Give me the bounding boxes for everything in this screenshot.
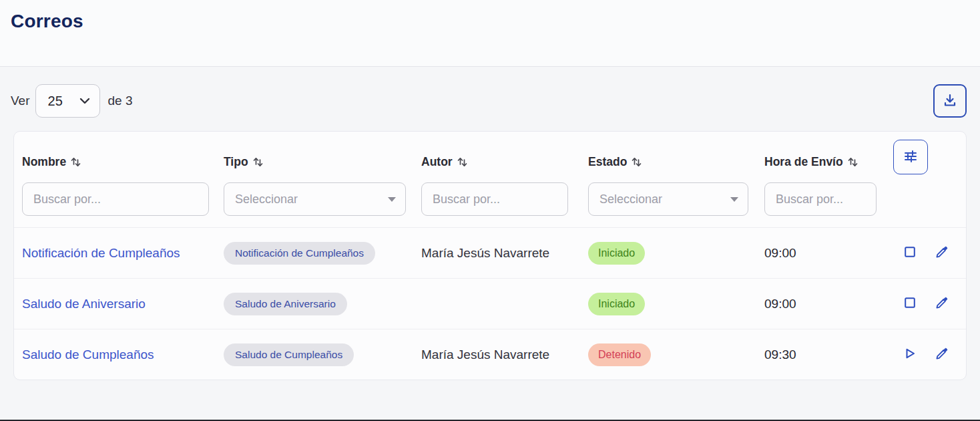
row-actions: [893, 245, 966, 261]
column-label: Estado: [588, 155, 627, 169]
play-icon: [904, 347, 916, 362]
page-size-select[interactable]: 25: [35, 84, 100, 118]
total-count-label: de 3: [108, 94, 133, 108]
edit-button[interactable]: [935, 347, 949, 363]
pencil-icon: [935, 347, 949, 363]
play-button[interactable]: [904, 347, 916, 362]
send-time: 09:00: [764, 297, 796, 311]
caret-down-icon: [730, 197, 738, 202]
status-badge: Detenido: [588, 343, 651, 366]
table-row: Saludo de Aniversario Saludo de Aniversa…: [14, 278, 966, 329]
sort-icon[interactable]: [848, 156, 858, 168]
controls-row: Ver 25 de 3: [0, 84, 980, 118]
email-name-link[interactable]: Saludo de Aniversario: [22, 297, 146, 311]
column-header-nombre[interactable]: Nombre: [14, 140, 224, 174]
column-label: Nombre: [22, 155, 66, 169]
column-label: Autor: [421, 155, 453, 169]
table-row: Saludo de Cumpleaños Saludo de Cumpleaño…: [14, 329, 966, 380]
column-header-hora-de-envio[interactable]: Hora de Envío: [764, 140, 893, 174]
column-header-autor[interactable]: Autor: [421, 140, 588, 174]
table-row: Notificación de Cumpleaños Notificación …: [14, 227, 966, 278]
download-icon: [943, 93, 957, 110]
stop-button[interactable]: [904, 246, 916, 260]
column-label: Tipo: [224, 155, 248, 169]
status-badge: Iniciado: [588, 242, 645, 265]
stop-icon: [904, 297, 916, 311]
author-text: María Jesús Navarrete: [421, 347, 549, 362]
column-header-estado[interactable]: Estado: [588, 140, 764, 174]
page-size-value: 25: [48, 94, 63, 109]
type-pill: Saludo de Aniversario: [224, 293, 347, 315]
column-label: Hora de Envío: [764, 155, 843, 169]
sort-icon[interactable]: [71, 156, 81, 168]
column-settings-button[interactable]: [893, 140, 928, 174]
edit-button[interactable]: [935, 296, 949, 312]
type-pill: Notificación de Cumpleaños: [224, 242, 375, 265]
author-text: María Jesús Navarrete: [421, 246, 549, 260]
edit-button[interactable]: [935, 245, 949, 261]
chevron-down-icon: [79, 95, 90, 107]
page-title: Correos: [11, 11, 967, 32]
select-placeholder: Seleccionar: [599, 192, 662, 206]
send-time: 09:00: [764, 246, 796, 260]
estado-filter-select[interactable]: Seleccionar: [588, 182, 748, 216]
column-header-tipo[interactable]: Tipo: [224, 140, 421, 174]
emails-table: Nombre Tipo: [13, 131, 967, 380]
tipo-filter-select[interactable]: Seleccionar: [224, 182, 406, 216]
send-time: 09:30: [764, 347, 796, 362]
email-name-link[interactable]: Saludo de Cumpleaños: [22, 347, 154, 362]
row-actions: [893, 296, 966, 312]
stop-icon: [904, 246, 916, 260]
sliders-icon: [903, 148, 919, 166]
page-size-label: Ver: [11, 94, 30, 108]
email-name-link[interactable]: Notificación de Cumpleaños: [22, 246, 180, 260]
emails-page: Correos Ver 25 de 3 Nombre: [0, 0, 980, 421]
sort-icon[interactable]: [632, 156, 642, 168]
type-pill: Saludo de Cumpleaños: [224, 343, 354, 366]
pencil-icon: [935, 296, 949, 312]
pencil-icon: [935, 245, 949, 261]
sort-icon[interactable]: [457, 156, 467, 168]
status-badge: Iniciado: [588, 293, 645, 315]
row-actions: [893, 347, 966, 363]
download-button[interactable]: [933, 84, 967, 118]
table-filter-row: Seleccionar Seleccionar: [14, 182, 966, 227]
select-placeholder: Seleccionar: [235, 192, 298, 206]
sort-icon[interactable]: [253, 156, 263, 168]
stop-button[interactable]: [904, 297, 916, 311]
table-header-row: Nombre Tipo: [14, 132, 966, 174]
page-header: Correos: [0, 0, 980, 67]
autor-filter-input[interactable]: [421, 182, 568, 216]
hora-filter-input[interactable]: [764, 182, 877, 216]
caret-down-icon: [388, 197, 396, 202]
table-settings-cell: [893, 140, 966, 174]
nombre-filter-input[interactable]: [22, 182, 209, 216]
